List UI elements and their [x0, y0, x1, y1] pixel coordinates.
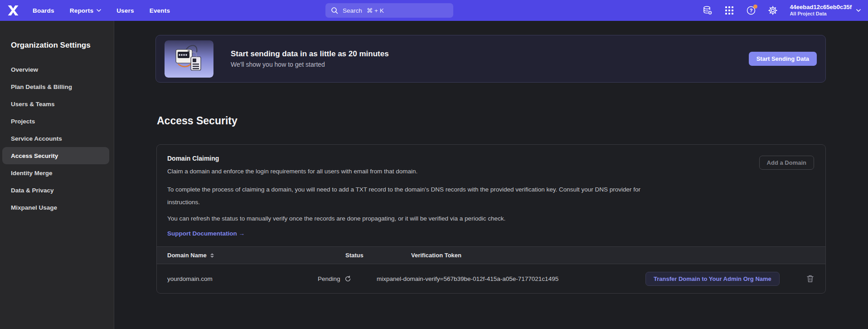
search-input[interactable]: Search ⌘ + K	[325, 3, 453, 18]
search-icon	[331, 7, 338, 14]
sidebar-title: Organization Settings	[0, 41, 114, 50]
sidebar-item-mixpanel-usage[interactable]: Mixpanel Usage	[2, 199, 109, 216]
delete-domain-icon[interactable]	[806, 275, 814, 283]
start-sending-data-button[interactable]: Start Sending Data	[749, 52, 817, 66]
nav-links: Boards Reports Users Events	[33, 7, 170, 14]
nav-item-users[interactable]: Users	[116, 7, 134, 14]
nav-item-label: Boards	[33, 7, 54, 14]
verification-token-cell: mixpanel-domain-verify=567b39be-012f-415…	[377, 275, 640, 282]
sidebar-item-label: Service Accounts	[11, 135, 62, 142]
status-cell: Pending	[311, 275, 377, 282]
column-label: Status	[345, 252, 364, 259]
add-domain-button[interactable]: Add a Domain	[759, 156, 814, 170]
top-nav: Boards Reports Users Events Search ⌘ + K	[0, 0, 868, 21]
nav-item-label: Events	[150, 7, 170, 14]
settings-sidebar: Organization Settings Overview Plan Deta…	[0, 21, 114, 329]
sidebar-item-label: Plan Details & Billing	[11, 83, 72, 90]
domain-claiming-card: Domain Claiming Add a Domain Claim a dom…	[156, 144, 826, 294]
nav-item-label: Users	[116, 7, 134, 14]
search-placeholder: Search	[343, 7, 362, 14]
card-paragraph: To complete the process of claiming a do…	[167, 183, 648, 209]
sidebar-item-label: Mixpanel Usage	[11, 204, 57, 211]
apps-grid-icon[interactable]	[724, 5, 734, 15]
banner-texts: Start sending data in as little as 20 mi…	[231, 49, 389, 68]
sidebar-item-label: Projects	[11, 118, 35, 125]
sidebar-item-overview[interactable]: Overview	[2, 61, 109, 78]
sidebar-item-label: Users & Teams	[11, 101, 55, 108]
sidebar-item-projects[interactable]: Projects	[2, 113, 109, 130]
column-header-verification-token: Verification Token	[377, 252, 640, 259]
nav-item-label: Reports	[70, 7, 93, 14]
notification-dot	[753, 5, 757, 9]
column-header-domain-name[interactable]: Domain Name	[157, 252, 311, 259]
data-management-icon[interactable]	[703, 5, 713, 15]
sidebar-item-service-accounts[interactable]: Service Accounts	[2, 130, 109, 147]
mixpanel-logo-icon[interactable]	[7, 5, 19, 16]
table-header: Domain Name Status Verification Token	[157, 246, 825, 264]
account-switcher[interactable]: 44eebad12c65eb0c35f All Project Data	[790, 4, 861, 17]
page-title: Access Security	[157, 115, 238, 127]
search-shortcut: ⌘ + K	[367, 7, 384, 14]
domain-name-cell: yourdomain.com	[157, 275, 311, 282]
card-heading: Domain Claiming	[167, 155, 815, 162]
chevron-down-icon	[856, 9, 861, 12]
nav-item-events[interactable]: Events	[150, 7, 170, 14]
account-texts: 44eebad12c65eb0c35f All Project Data	[790, 4, 852, 17]
sidebar-item-users-teams[interactable]: Users & Teams	[2, 95, 109, 113]
onboarding-banner: Start sending data in as little as 20 mi…	[155, 35, 826, 83]
banner-illustration	[165, 40, 213, 78]
status-badge: Pending	[318, 275, 340, 282]
sidebar-item-access-security[interactable]: Access Security	[2, 147, 109, 164]
svg-text:?: ?	[750, 8, 753, 13]
banner-title: Start sending data in as little as 20 mi…	[231, 49, 389, 59]
table-row: yourdomain.com Pending mixpanel-domain-v…	[157, 264, 825, 293]
column-label: Domain Name	[167, 252, 207, 259]
nav-item-reports[interactable]: Reports	[70, 7, 101, 14]
card-paragraph: Claim a domain and enforce the login req…	[167, 167, 648, 176]
nav-right-cluster: ? 44eebad12c65eb0c35f All Project Data	[703, 0, 861, 21]
main-content: Start sending data in as little as 20 mi…	[114, 21, 868, 329]
column-header-status: Status	[311, 252, 377, 259]
column-label: Verification Token	[411, 252, 461, 259]
nav-item-boards[interactable]: Boards	[33, 7, 54, 14]
card-paragraph: You can refresh the status to manually v…	[167, 214, 648, 223]
project-name: All Project Data	[790, 11, 852, 17]
sidebar-item-label: Overview	[11, 66, 38, 73]
help-icon[interactable]: ?	[746, 5, 756, 15]
chevron-down-icon	[97, 9, 101, 12]
sidebar-item-label: Data & Privacy	[11, 187, 54, 194]
domains-table: Domain Name Status Verification Token yo…	[157, 246, 825, 293]
sort-icon	[210, 253, 214, 258]
row-actions: Transfer Domain to Your Admin Org Name	[640, 272, 825, 286]
settings-gear-icon[interactable]	[768, 5, 778, 15]
banner-subtitle: We'll show you how to get started	[231, 61, 389, 68]
sidebar-item-label: Access Security	[11, 152, 58, 159]
sidebar-item-label: Identity Merge	[11, 170, 53, 177]
sidebar-item-data-privacy[interactable]: Data & Privacy	[2, 182, 109, 199]
refresh-status-icon[interactable]	[344, 275, 351, 282]
org-id: 44eebad12c65eb0c35f	[790, 4, 852, 11]
sidebar-item-identity-merge[interactable]: Identity Merge	[2, 164, 109, 182]
sidebar-item-plan-details-billing[interactable]: Plan Details & Billing	[2, 78, 109, 95]
transfer-domain-button[interactable]: Transfer Domain to Your Admin Org Name	[645, 272, 780, 286]
support-documentation-link[interactable]: Support Documentation →	[167, 230, 245, 237]
